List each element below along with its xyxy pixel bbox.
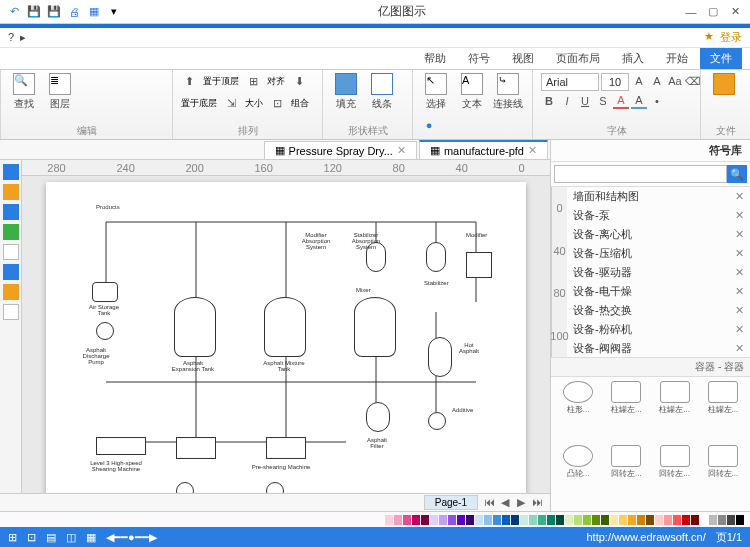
pump-shape[interactable] — [266, 482, 284, 493]
view-icon[interactable]: ▤ — [46, 531, 56, 544]
tab-start[interactable]: 开始 — [656, 48, 698, 69]
color-swatch[interactable] — [583, 515, 591, 525]
font-family-input[interactable] — [541, 73, 599, 91]
color-swatch[interactable] — [493, 515, 501, 525]
qat-save-icon[interactable]: 💾 — [26, 4, 42, 20]
drawing-sheet[interactable]: Products — [46, 182, 526, 493]
category-item[interactable]: 设备-驱动器✕ — [567, 263, 750, 282]
color-swatch[interactable] — [592, 515, 600, 525]
page-prev-icon[interactable]: ◀ — [498, 496, 512, 509]
clear-format-icon[interactable]: ⌫ — [685, 73, 701, 89]
tab-file[interactable]: 文件 — [700, 48, 742, 69]
pump-shape[interactable] — [176, 482, 194, 493]
tool-icon[interactable] — [3, 164, 19, 180]
shape-item[interactable]: 回转左... — [652, 445, 698, 507]
color-swatch[interactable] — [727, 515, 735, 525]
tool-icon[interactable] — [3, 264, 19, 280]
color-swatch[interactable] — [538, 515, 546, 525]
color-swatch[interactable] — [439, 515, 447, 525]
tool-icon[interactable] — [3, 304, 19, 320]
color-swatch[interactable] — [637, 515, 645, 525]
color-swatch[interactable] — [457, 515, 465, 525]
machine-shape[interactable] — [96, 437, 146, 455]
hopper-shape[interactable] — [426, 242, 446, 272]
maximize-icon[interactable]: ▢ — [704, 5, 722, 19]
color-swatch[interactable] — [547, 515, 555, 525]
color-swatch[interactable] — [484, 515, 492, 525]
qat-undo-icon[interactable]: ↶ — [6, 4, 22, 20]
color-swatch[interactable] — [475, 515, 483, 525]
tank-shape[interactable] — [174, 297, 216, 357]
tab-layout[interactable]: 页面布局 — [546, 48, 610, 69]
color-swatch[interactable] — [646, 515, 654, 525]
bold-icon[interactable]: B — [541, 93, 557, 109]
color-swatch[interactable] — [448, 515, 456, 525]
font-case-icon[interactable]: Aa — [667, 73, 683, 89]
category-item[interactable]: 墙面和结构图✕ — [567, 187, 750, 206]
color-swatch[interactable] — [421, 515, 429, 525]
qat-dropdown-icon[interactable]: ▾ — [106, 4, 122, 20]
shape-item[interactable]: 回转左... — [603, 445, 649, 507]
align-icon[interactable]: ⊞ — [245, 73, 261, 89]
vessel-shape[interactable] — [428, 337, 452, 377]
group-icon[interactable]: ⊡ — [269, 95, 285, 111]
color-swatch[interactable] — [565, 515, 573, 525]
fill-button[interactable]: 填充 — [331, 73, 361, 111]
color-swatch[interactable] — [691, 515, 699, 525]
view-icon[interactable]: ⊡ — [27, 531, 36, 544]
close-icon[interactable]: ✕ — [735, 266, 744, 279]
shapes-search-input[interactable] — [554, 165, 727, 183]
underline-icon[interactable]: U — [577, 93, 593, 109]
minimize-icon[interactable]: — — [682, 5, 700, 19]
color-swatch[interactable] — [466, 515, 474, 525]
tank-shape[interactable] — [264, 297, 306, 357]
color-swatch[interactable] — [682, 515, 690, 525]
close-icon[interactable]: ✕ — [735, 209, 744, 222]
tool-icon[interactable] — [3, 224, 19, 240]
shape-item[interactable]: 柱罐左... — [652, 381, 698, 443]
close-icon[interactable]: ✕ — [726, 5, 744, 19]
help-icon[interactable]: ? — [8, 31, 14, 44]
tank-shape[interactable] — [354, 297, 396, 357]
tab-help[interactable]: 帮助 — [414, 48, 456, 69]
color-swatch[interactable] — [709, 515, 717, 525]
front-icon[interactable]: ⬆ — [181, 73, 197, 89]
tab-symbols[interactable]: 符号 — [458, 48, 500, 69]
color-swatch[interactable] — [529, 515, 537, 525]
login-area[interactable]: ★ 登录 — [704, 30, 742, 45]
qat-export-icon[interactable]: ▦ — [86, 4, 102, 20]
pump-shape[interactable] — [428, 412, 446, 430]
size-icon[interactable]: ⇲ — [223, 95, 239, 111]
color-swatch[interactable] — [664, 515, 672, 525]
category-item[interactable]: 设备-电干燥✕ — [567, 282, 750, 301]
shape-item[interactable]: 柱罐左... — [700, 381, 746, 443]
tank-shape[interactable] — [92, 282, 118, 302]
category-item[interactable]: 设备-泵✕ — [567, 206, 750, 225]
shape-item[interactable]: 柱罐左... — [603, 381, 649, 443]
shape-item[interactable]: 凸轮... — [555, 445, 601, 507]
shape-circle-icon[interactable]: ● — [421, 117, 437, 133]
page-next-icon[interactable]: ▶ — [514, 496, 528, 509]
page-first-icon[interactable]: ⏮ — [482, 496, 496, 509]
category-item[interactable]: 设备-粉碎机✕ — [567, 320, 750, 339]
page-last-icon[interactable]: ⏭ — [530, 496, 544, 509]
page-tab[interactable]: Page-1 — [424, 495, 478, 510]
close-icon[interactable]: ✕ — [735, 342, 744, 355]
close-icon[interactable]: ✕ — [735, 323, 744, 336]
text-tool[interactable]: A文本 — [457, 73, 487, 111]
close-icon[interactable]: ✕ — [735, 190, 744, 203]
color-swatch[interactable] — [394, 515, 402, 525]
close-icon[interactable]: ✕ — [735, 304, 744, 317]
color-swatch[interactable] — [430, 515, 438, 525]
layer-button[interactable]: ≣图层 — [45, 73, 75, 111]
color-swatch[interactable] — [619, 515, 627, 525]
doc-tab[interactable]: ▦manufacture-pfd✕ — [419, 140, 548, 159]
arrow-icon[interactable]: ▸ — [20, 31, 26, 44]
close-icon[interactable]: ✕ — [735, 228, 744, 241]
color-swatch[interactable] — [574, 515, 582, 525]
machine-shape[interactable] — [176, 437, 216, 459]
tool-icon[interactable] — [3, 204, 19, 220]
find-button[interactable]: 🔍查找 — [9, 73, 39, 111]
font-color-icon[interactable]: A — [613, 93, 629, 109]
qat-save2-icon[interactable]: 💾 — [46, 4, 62, 20]
